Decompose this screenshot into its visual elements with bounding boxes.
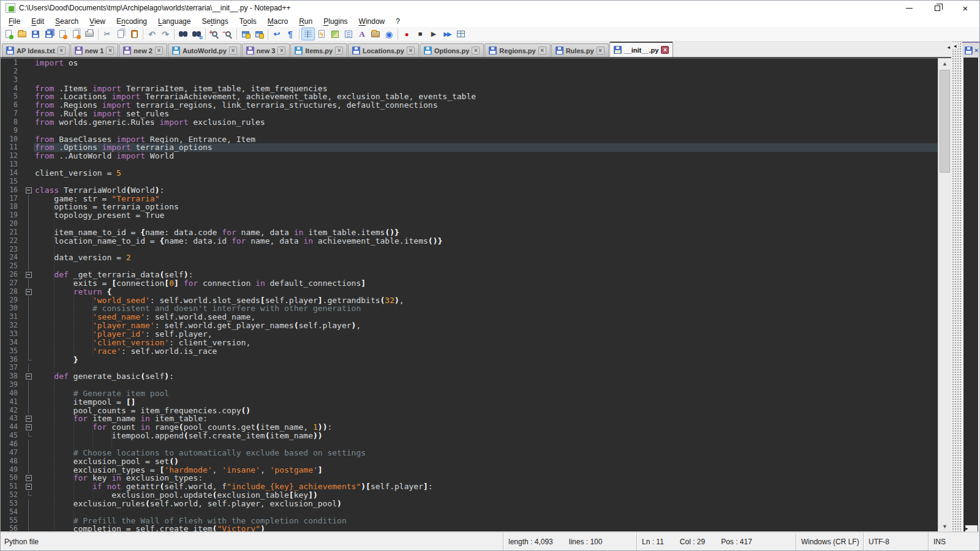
restore-button[interactable] (923, 1, 951, 15)
new-file-icon[interactable] (2, 28, 15, 40)
menu-language[interactable]: Language (153, 17, 196, 26)
redo-icon[interactable]: ↷ (159, 28, 172, 40)
code-line-11[interactable]: 11from .Options import terraria_options (1, 143, 938, 152)
word-wrap-icon[interactable]: ↩ (270, 28, 284, 40)
menu-plugins[interactable]: Plugins (318, 17, 353, 26)
menu-file[interactable]: File (3, 17, 26, 26)
tab-close-icon[interactable]: × (277, 47, 285, 54)
code-line-4[interactable]: 4from .Items import TerrariaItem, item_t… (1, 84, 938, 93)
print-icon[interactable] (83, 28, 96, 40)
code-line-43[interactable]: 43 for item_name in item_table: (1, 414, 938, 423)
tab-close-icon[interactable]: × (538, 47, 546, 54)
code-line-25[interactable]: 25 (1, 262, 938, 271)
code-line-18[interactable]: 18 options = terraria_options (1, 203, 938, 211)
second-view-tab[interactable]: × (962, 42, 979, 58)
tab-new-3[interactable]: new 3× (242, 43, 290, 57)
code-line-15[interactable]: 15 (1, 178, 938, 186)
code-line-40[interactable]: 40 # Generate item pool (1, 389, 938, 398)
code-line-16[interactable]: 16class TerrariaWorld(World): (1, 186, 938, 195)
code-line-27[interactable]: 27 exits = [connection[0] for connection… (1, 279, 938, 288)
tab-scroll-left-icon[interactable]: ◂ (947, 44, 950, 50)
vertical-scrollbar[interactable]: ▲ ▼ (938, 58, 951, 531)
cut-icon[interactable]: ✂ (100, 28, 114, 40)
status-eol-format[interactable]: Windows (CR LF) (796, 533, 863, 550)
fold-collapse-icon[interactable] (24, 482, 34, 491)
tab-close-icon[interactable]: × (106, 47, 114, 54)
code-line-53[interactable]: 53 exclusion_rules(self.world, self.play… (1, 500, 938, 508)
code-line-26[interactable]: 26 def _get_terraria_data(self): (1, 271, 938, 279)
code-editor[interactable]: 1import os234from .Items import Terraria… (1, 58, 938, 531)
menu-encoding[interactable]: Encoding (111, 17, 153, 26)
second-view-close-icon[interactable]: × (974, 47, 978, 54)
code-line-6[interactable]: 6from .Regions import terraria_regions, … (1, 101, 938, 110)
menu-tools[interactable]: Tools (234, 17, 262, 26)
code-line-14[interactable]: 14client_version = 5 (1, 169, 938, 178)
scrollbar-thumb[interactable] (940, 70, 950, 173)
code-line-7[interactable]: 7from .Rules import set_rules (1, 110, 938, 118)
close-all-icon[interactable] (69, 28, 83, 40)
status-insert-mode[interactable]: INS (928, 533, 979, 550)
open-icon[interactable] (15, 28, 29, 40)
code-line-17[interactable]: 17 game: str = "Terraria" (1, 195, 938, 203)
scroll-up-icon[interactable]: ▲ (938, 58, 951, 69)
status-encoding[interactable]: UTF-8 (863, 533, 928, 550)
macro-stop-icon[interactable]: ■ (413, 28, 427, 40)
close-icon[interactable] (56, 28, 69, 40)
code-line-29[interactable]: 29 'world_seed': self.world.slot_seeds[s… (1, 296, 938, 305)
code-line-24[interactable]: 24 data_version = 2 (1, 253, 938, 262)
tab-autoworld-py[interactable]: AutoWorld.py× (168, 43, 241, 57)
code-line-8[interactable]: 8from worlds.generic.Rules import exclus… (1, 118, 938, 127)
tab--init-py[interactable]: __init__.py× (609, 42, 674, 57)
fold-collapse-icon[interactable] (24, 474, 34, 482)
code-line-32[interactable]: 32 'player_name': self.world.get_player_… (1, 321, 938, 330)
code-line-36[interactable]: 36 } (1, 356, 938, 364)
save-all-icon[interactable] (42, 28, 56, 40)
tab-close-icon[interactable]: × (335, 47, 343, 54)
code-line-23[interactable]: 23 (1, 246, 938, 254)
code-line-47[interactable]: 47 # Choose locations to automatically e… (1, 449, 938, 457)
menu-window[interactable]: Window (353, 17, 391, 26)
minimize-button[interactable] (895, 1, 923, 15)
code-line-39[interactable]: 39 (1, 381, 938, 389)
code-line-49[interactable]: 49 exclusion_types = ['hardmode', 'insan… (1, 466, 938, 474)
code-line-2[interactable]: 2 (1, 67, 938, 76)
code-line-1[interactable]: 1import os (1, 59, 938, 67)
menu-edit[interactable]: Edit (26, 17, 50, 26)
code-line-44[interactable]: 44 for count in range(pool_counts.get(it… (1, 423, 938, 432)
menu-search[interactable]: Search (50, 17, 84, 26)
tab-close-icon[interactable]: × (597, 47, 605, 54)
macro-play-icon[interactable]: ▶ (427, 28, 440, 40)
tab-close-icon[interactable]: × (155, 47, 163, 54)
paste-icon[interactable] (127, 28, 141, 40)
code-line-45[interactable]: 45 itempool.append(self.create_item(item… (1, 432, 938, 440)
tab-close-icon[interactable]: × (472, 47, 480, 54)
tab-options-py[interactable]: Options.py× (420, 43, 484, 57)
code-line-34[interactable]: 34 'client_version': client_version, (1, 339, 938, 347)
show-all-characters-icon[interactable]: ¶ (284, 28, 297, 40)
code-line-12[interactable]: 12from ..AutoWorld import World (1, 152, 938, 160)
monitoring-icon[interactable]: ◉ (382, 28, 396, 40)
zoom-in-icon[interactable]: + (208, 28, 221, 40)
code-line-56[interactable]: 56 completion = self.create_item("Victor… (1, 525, 938, 531)
function-list-icon[interactable] (315, 28, 328, 40)
tab-close-icon[interactable]: × (58, 47, 66, 54)
code-line-35[interactable]: 35 'race': self.world.is_race (1, 347, 938, 356)
code-line-3[interactable]: 3 (1, 76, 938, 84)
menu-view[interactable]: View (84, 17, 111, 26)
code-line-55[interactable]: 55 # Prefill the Wall of Flesh with the … (1, 517, 938, 525)
folder-as-workspace-icon[interactable] (369, 28, 382, 40)
code-line-28[interactable]: 28 return { (1, 288, 938, 296)
tab-new-1[interactable]: new 1× (70, 43, 119, 57)
tab-locations-py[interactable]: Locations.py× (348, 43, 419, 57)
menu-[interactable]: ? (390, 17, 405, 26)
code-line-22[interactable]: 22 location_name_to_id = {name: data.id … (1, 237, 938, 246)
tab-close-icon[interactable]: × (661, 46, 669, 54)
code-line-51[interactable]: 51 if not getattr(self.world, f"include_… (1, 482, 938, 491)
code-line-41[interactable]: 41 itempool = [] (1, 398, 938, 407)
splitter-grip[interactable]: ◂ (951, 42, 962, 531)
fold-collapse-icon[interactable] (24, 271, 34, 279)
menu-macro[interactable]: Macro (262, 17, 293, 26)
zoom-out-icon[interactable]: − (221, 28, 235, 40)
scroll-down-icon[interactable]: ▼ (938, 521, 951, 531)
tab-close-icon[interactable]: × (407, 47, 415, 54)
